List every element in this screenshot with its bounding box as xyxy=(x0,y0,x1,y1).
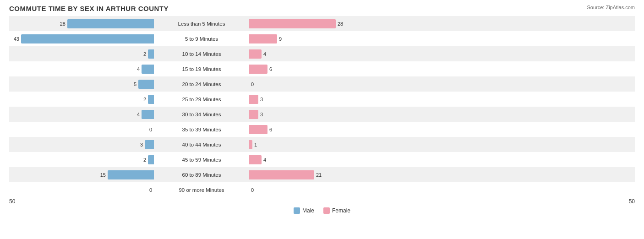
female-value: 0 xyxy=(251,81,254,87)
female-bar-section: 0 xyxy=(247,81,394,87)
female-value: 3 xyxy=(260,97,263,102)
male-value: 2 xyxy=(143,157,146,163)
female-bar-section: 21 xyxy=(247,170,394,179)
male-bar-section: 4 xyxy=(9,110,156,119)
male-value: 0 xyxy=(149,187,152,193)
female-value: 6 xyxy=(269,66,272,72)
bottom-labels: 50 50 xyxy=(9,198,635,205)
row-label: 35 to 39 Minutes xyxy=(156,127,247,132)
female-bar-section: 0 xyxy=(247,187,394,193)
male-value: 43 xyxy=(14,36,19,42)
row-label: 40 to 44 Minutes xyxy=(156,142,247,147)
legend-female: Female xyxy=(323,207,350,214)
female-value: 21 xyxy=(316,172,322,178)
male-bar xyxy=(142,65,154,74)
row-label: 60 to 89 Minutes xyxy=(156,172,247,178)
female-bar xyxy=(249,140,252,149)
male-bar-section: 2 xyxy=(9,95,156,104)
legend: Male Female xyxy=(9,207,635,214)
male-bar xyxy=(21,34,154,43)
male-bar-section: 0 xyxy=(9,187,156,193)
row-label: 25 to 29 Minutes xyxy=(156,97,247,102)
female-value: 28 xyxy=(338,21,343,27)
female-bar xyxy=(249,49,262,59)
table-row: 415 to 19 Minutes6 xyxy=(9,61,635,76)
female-value: 6 xyxy=(269,127,272,132)
male-bar-section: 3 xyxy=(9,140,156,149)
row-label: 30 to 34 Minutes xyxy=(156,112,247,117)
female-bar-section: 3 xyxy=(247,95,394,104)
male-bar-section: 2 xyxy=(9,155,156,164)
male-bar xyxy=(148,95,154,104)
male-bar xyxy=(67,19,154,28)
female-bar-section: 4 xyxy=(247,49,394,59)
female-bar xyxy=(249,65,267,74)
table-row: 090 or more Minutes0 xyxy=(9,182,635,197)
female-bar xyxy=(249,155,262,164)
table-row: 245 to 59 Minutes4 xyxy=(9,152,635,167)
male-bar-section: 5 xyxy=(9,80,156,89)
male-bar xyxy=(148,49,154,59)
female-bar-section: 9 xyxy=(247,34,394,43)
male-value: 0 xyxy=(149,127,152,132)
male-bar-section: 28 xyxy=(9,19,156,28)
female-legend-label: Female xyxy=(332,207,350,214)
male-bar-section: 4 xyxy=(9,65,156,74)
table-row: 225 to 29 Minutes3 xyxy=(9,92,635,107)
table-row: 435 to 9 Minutes9 xyxy=(9,31,635,46)
female-bar xyxy=(249,170,314,179)
table-row: 1560 to 89 Minutes21 xyxy=(9,167,635,182)
bottom-left-label: 50 xyxy=(9,198,156,205)
male-bar xyxy=(108,170,154,179)
male-bar xyxy=(138,80,154,89)
row-label: 10 to 14 Minutes xyxy=(156,51,247,57)
male-bar-section: 43 xyxy=(9,34,156,43)
legend-male: Male xyxy=(294,207,314,214)
male-bar-section: 15 xyxy=(9,170,156,179)
female-bar xyxy=(249,95,258,104)
female-value: 9 xyxy=(279,36,282,42)
female-bar-section: 4 xyxy=(247,155,394,164)
chart-container: COMMUTE TIME BY SEX IN ARTHUR COUNTY Sou… xyxy=(0,0,644,239)
female-value: 0 xyxy=(251,187,254,193)
bottom-right-label: 50 xyxy=(488,198,635,205)
male-value: 4 xyxy=(137,112,140,117)
female-bar-section: 3 xyxy=(247,110,394,119)
female-bar-section: 1 xyxy=(247,140,394,149)
table-row: 430 to 34 Minutes3 xyxy=(9,107,635,122)
female-bar xyxy=(249,19,336,28)
chart-title: COMMUTE TIME BY SEX IN ARTHUR COUNTY xyxy=(9,5,635,12)
male-bar xyxy=(148,155,154,164)
source-label: Source: ZipAtlas.com xyxy=(587,5,635,10)
table-row: 210 to 14 Minutes4 xyxy=(9,46,635,61)
male-value: 2 xyxy=(143,97,146,102)
male-bar-section: 2 xyxy=(9,49,156,59)
table-row: 28Less than 5 Minutes28 xyxy=(9,16,635,31)
female-value: 1 xyxy=(254,142,257,147)
male-bar xyxy=(142,110,154,119)
male-value: 4 xyxy=(137,66,140,72)
male-legend-box xyxy=(294,207,300,214)
male-value: 5 xyxy=(134,81,136,87)
row-label: 20 to 24 Minutes xyxy=(156,81,247,87)
row-label: 90 or more Minutes xyxy=(156,187,247,193)
female-value: 4 xyxy=(263,157,266,163)
row-label: 15 to 19 Minutes xyxy=(156,66,247,72)
female-bar-section: 6 xyxy=(247,65,394,74)
row-label: Less than 5 Minutes xyxy=(156,21,247,27)
female-bar-section: 6 xyxy=(247,125,394,134)
male-bar-section: 0 xyxy=(9,127,156,132)
row-label: 5 to 9 Minutes xyxy=(156,36,247,42)
table-row: 340 to 44 Minutes1 xyxy=(9,137,635,152)
row-label: 45 to 59 Minutes xyxy=(156,157,247,163)
bars-area: 28Less than 5 Minutes28435 to 9 Minutes9… xyxy=(9,16,635,197)
female-value: 4 xyxy=(263,51,266,57)
male-legend-label: Male xyxy=(302,207,314,214)
male-value: 2 xyxy=(143,51,146,57)
table-row: 520 to 24 Minutes0 xyxy=(9,76,635,92)
female-value: 3 xyxy=(260,112,263,117)
table-row: 035 to 39 Minutes6 xyxy=(9,122,635,137)
female-bar xyxy=(249,110,258,119)
male-value: 15 xyxy=(100,172,106,178)
male-bar xyxy=(145,140,154,149)
